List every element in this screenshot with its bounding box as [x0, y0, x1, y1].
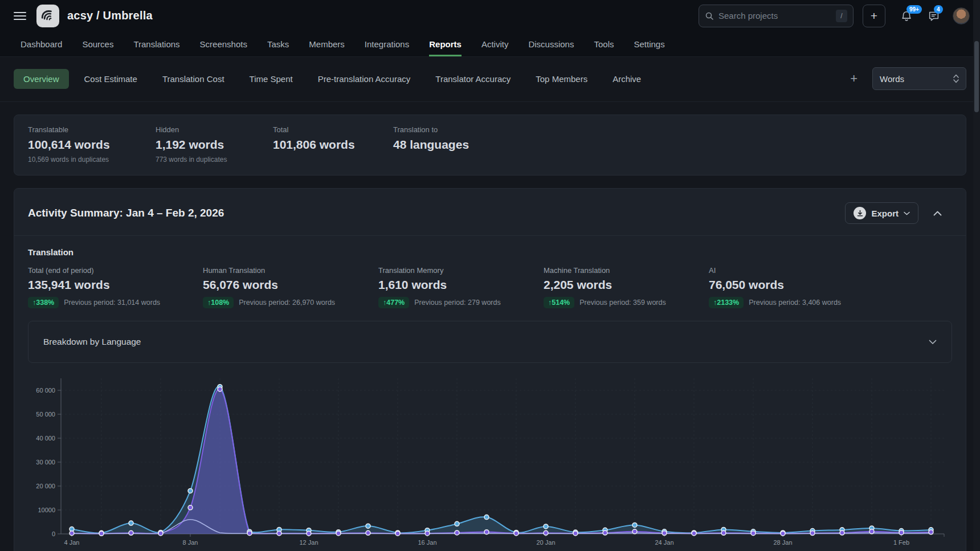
stat-label: Translation to — [393, 125, 469, 134]
svg-text:20 Jan: 20 Jan — [536, 539, 555, 546]
translation-stats-row: Total (end of period) 135,941 words ↑338… — [28, 266, 952, 308]
unit-select-dropdown[interactable]: Words — [872, 67, 966, 90]
stat-label: Translatable — [28, 125, 156, 134]
svg-text:60 000: 60 000 — [36, 387, 55, 394]
nav-tab-reports[interactable]: Reports — [429, 31, 462, 56]
stat-value: 135,941 words — [28, 278, 203, 292]
stat-label: Machine Translation — [544, 266, 709, 275]
report-tab-top-members[interactable]: Top Members — [526, 69, 597, 89]
nav-tab-screenshots[interactable]: Screenshots — [200, 31, 247, 56]
svg-text:24 Jan: 24 Jan — [655, 539, 673, 546]
stat-translation-to: Translation to 48 languages — [393, 125, 469, 164]
report-tab-translation-cost[interactable]: Translation Cost — [153, 69, 234, 89]
svg-text:8 Jan: 8 Jan — [183, 539, 198, 546]
nav-tab-tasks[interactable]: Tasks — [267, 31, 289, 56]
nav-tab-members[interactable]: Members — [309, 31, 345, 56]
activity-chart-wrap: 01000020 00030 00040 00050 00060 0004 Ja… — [14, 363, 966, 551]
select-arrows-icon — [953, 74, 959, 83]
stat-value: 1,192 words — [156, 138, 273, 152]
change-up-badge: ↑514% — [544, 297, 574, 308]
report-subnav: Overview Cost Estimate Translation Cost … — [0, 57, 980, 102]
activity-summary-card: Activity Summary: Jan 4 – Feb 2, 2026 Ex… — [14, 188, 966, 551]
report-tab-translator-accuracy[interactable]: Translator Accuracy — [426, 69, 520, 89]
nav-tab-tools[interactable]: Tools — [594, 31, 614, 56]
svg-text:40 000: 40 000 — [36, 435, 55, 442]
report-tab-overview[interactable]: Overview — [14, 69, 69, 89]
stat-label: Hidden — [156, 125, 273, 134]
report-tab-pre-translation-accuracy[interactable]: Pre-translation Accuracy — [308, 69, 420, 89]
notifications-count-badge: 99+ — [906, 5, 922, 14]
notifications-button[interactable]: 99+ — [900, 10, 913, 22]
messages-button[interactable]: 4 — [928, 10, 940, 22]
search-shortcut-key: / — [836, 10, 847, 22]
search-box[interactable]: / — [699, 5, 854, 27]
nav-tab-integrations[interactable]: Integrations — [365, 31, 409, 56]
user-avatar[interactable] — [953, 7, 970, 25]
activity-header: Activity Summary: Jan 4 – Feb 2, 2026 Ex… — [14, 189, 966, 235]
create-project-button[interactable]: + — [863, 5, 885, 27]
main-nav: Dashboard Sources Translations Screensho… — [0, 31, 980, 57]
nav-tab-settings[interactable]: Settings — [634, 31, 664, 56]
breakdown-by-language-toggle[interactable]: Breakdown by Language — [28, 321, 952, 363]
svg-text:30 000: 30 000 — [36, 459, 55, 466]
report-tab-archive[interactable]: Archive — [603, 69, 651, 89]
stat-subtext: 773 words in duplicates — [156, 156, 273, 164]
hamburger-menu-icon[interactable] — [14, 12, 26, 20]
chevron-up-icon — [933, 211, 942, 216]
stat-value: 56,076 words — [203, 278, 378, 292]
messages-count-badge: 4 — [934, 5, 943, 14]
search-input[interactable] — [718, 11, 831, 21]
change-up-badge: ↑108% — [203, 297, 234, 308]
stat-label: Total — [273, 125, 393, 134]
report-tab-cost-estimate[interactable]: Cost Estimate — [75, 69, 147, 89]
previous-period-text: Previous period: 26,970 words — [239, 299, 335, 307]
nav-tab-discussions[interactable]: Discussions — [528, 31, 574, 56]
stat-label: AI — [709, 266, 952, 275]
previous-period-text: Previous period: 359 words — [579, 299, 665, 307]
word-summary-card: Translatable 100,614 words 10,569 words … — [14, 115, 966, 175]
export-label: Export — [871, 209, 899, 218]
stat-value: 1,610 words — [378, 278, 544, 292]
stat-value: 48 languages — [393, 138, 469, 152]
previous-period-text: Previous period: 3,406 words — [749, 299, 841, 307]
breakdown-label: Breakdown by Language — [43, 337, 141, 347]
collapse-section-button[interactable] — [933, 211, 942, 216]
report-tab-time-spent[interactable]: Time Spent — [240, 69, 303, 89]
scrollbar-thumb[interactable] — [974, 41, 979, 112]
stat-label: Translation Memory — [378, 266, 544, 275]
project-breadcrumb-title[interactable]: acsy / Umbrella — [67, 9, 153, 22]
activity-chart: 01000020 00030 00040 00050 00060 0004 Ja… — [23, 371, 958, 551]
stat-machine-translation: Machine Translation 2,205 words ↑514% Pr… — [544, 266, 709, 308]
export-button[interactable]: Export — [845, 202, 918, 224]
page-scrollbar[interactable] — [973, 0, 980, 551]
nav-tab-dashboard[interactable]: Dashboard — [21, 31, 62, 56]
stat-translatable: Translatable 100,614 words 10,569 words … — [28, 125, 156, 164]
stat-label: Human Translation — [203, 266, 378, 275]
change-up-badge: ↑338% — [28, 297, 59, 308]
add-report-button[interactable]: + — [841, 72, 867, 85]
activity-title: Activity Summary: Jan 4 – Feb 2, 2026 — [28, 207, 224, 219]
previous-period-text: Previous period: 279 words — [414, 299, 500, 307]
stat-total-end-of-period: Total (end of period) 135,941 words ↑338… — [28, 266, 203, 308]
stat-ai: AI 76,050 words ↑2133% Previous period: … — [709, 266, 952, 308]
svg-text:10000: 10000 — [38, 507, 55, 513]
unit-select-value: Words — [880, 74, 904, 84]
stat-value: 76,050 words — [709, 278, 952, 292]
chevron-down-icon — [929, 340, 937, 345]
search-icon — [705, 11, 714, 21]
svg-text:50 000: 50 000 — [36, 411, 55, 418]
stat-label: Total (end of period) — [28, 266, 203, 275]
change-up-badge: ↑2133% — [709, 297, 744, 308]
svg-text:12 Jan: 12 Jan — [299, 539, 318, 546]
stat-total: Total 101,806 words — [273, 125, 393, 164]
nav-tab-sources[interactable]: Sources — [82, 31, 113, 56]
svg-text:16 Jan: 16 Jan — [418, 539, 436, 546]
nav-tab-translations[interactable]: Translations — [133, 31, 179, 56]
stat-human-translation: Human Translation 56,076 words ↑108% Pre… — [203, 266, 378, 308]
svg-text:1 Feb: 1 Feb — [893, 539, 909, 546]
nav-tab-activity[interactable]: Activity — [481, 31, 509, 56]
project-logo[interactable] — [36, 5, 59, 27]
stat-value: 100,614 words — [28, 138, 156, 152]
change-up-badge: ↑477% — [378, 297, 409, 308]
download-icon — [854, 207, 866, 219]
